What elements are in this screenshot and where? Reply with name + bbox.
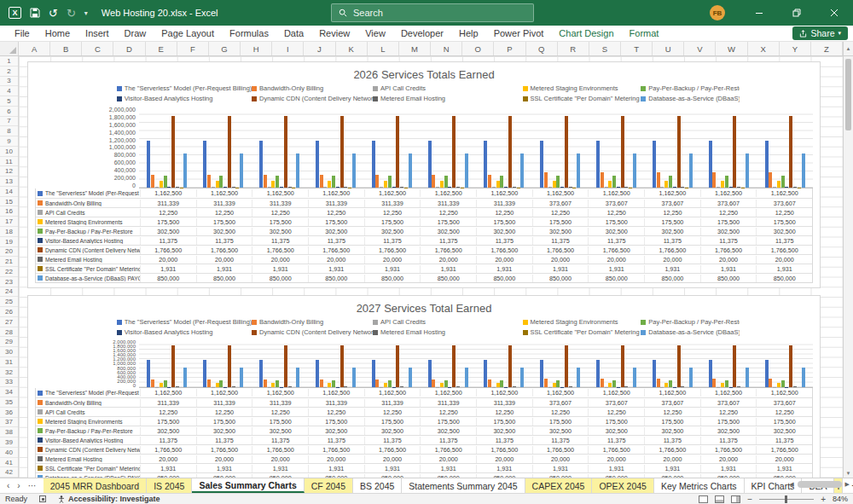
sheet-grid[interactable]: 2026 Services Totals EarnedThe "Serverle… <box>19 56 843 478</box>
row-header-41[interactable]: 41 <box>0 458 18 468</box>
row-header-27[interactable]: 27 <box>0 317 18 327</box>
bar[interactable] <box>496 181 500 188</box>
row-header-35[interactable]: 35 <box>0 397 18 408</box>
bar[interactable] <box>232 386 235 387</box>
column-header-M[interactable]: M <box>399 42 431 55</box>
legend-item[interactable]: Bandwidth-Only Billing <box>252 318 373 326</box>
bar[interactable] <box>203 141 206 188</box>
bar[interactable] <box>344 187 347 188</box>
bar[interactable] <box>207 379 211 387</box>
bar[interactable] <box>203 360 206 387</box>
legend-item[interactable]: SSL Certificate "Per Domain" Metering <box>523 328 641 336</box>
legend-item[interactable]: Metered Staging Environments <box>523 318 641 326</box>
bar[interactable] <box>228 116 231 188</box>
legend-item[interactable]: Metered Email Hosting <box>373 95 522 102</box>
bar[interactable] <box>669 176 672 188</box>
ribbon-tab-file[interactable]: File <box>7 26 38 40</box>
bar[interactable] <box>712 172 716 188</box>
bar[interactable] <box>444 380 448 387</box>
legend-item[interactable]: Metered Email Hosting <box>373 328 522 336</box>
all-sheets-icon[interactable]: ⋯ <box>28 481 37 490</box>
bar[interactable] <box>725 176 728 188</box>
bar[interactable] <box>733 345 736 387</box>
column-header-Z[interactable]: Z <box>811 42 843 55</box>
bar[interactable] <box>176 386 179 387</box>
bar[interactable] <box>520 154 524 188</box>
row-header-18[interactable]: 18 <box>0 227 18 237</box>
legend-item[interactable]: Database-as-a-Service (DBaaS) PAYG <box>641 328 740 336</box>
row-header-17[interactable]: 17 <box>0 217 18 227</box>
bar[interactable] <box>176 187 179 188</box>
macro-record-button[interactable] <box>39 495 46 502</box>
bar[interactable] <box>544 379 548 387</box>
bar[interactable] <box>296 368 299 387</box>
next-sheet-icon[interactable]: › <box>17 481 20 490</box>
sheet-tab-statements-summary-2045[interactable]: Statements Summary 2045 <box>402 478 525 493</box>
ribbon-tab-review[interactable]: Review <box>311 26 357 40</box>
bar[interactable] <box>436 187 439 188</box>
column-header-Y[interactable]: Y <box>780 42 811 55</box>
bar[interactable] <box>432 379 435 387</box>
bar[interactable] <box>444 176 448 188</box>
bar[interactable] <box>380 187 383 188</box>
prev-sheet-icon[interactable]: ‹ <box>7 481 9 490</box>
column-header-K[interactable]: K <box>336 42 368 55</box>
bar[interactable] <box>264 379 267 387</box>
bar[interactable] <box>276 380 279 387</box>
bar[interactable] <box>484 360 487 387</box>
row-header-34[interactable]: 34 <box>0 387 18 397</box>
legend-item[interactable]: API Call Credits <box>373 84 522 92</box>
bar[interactable] <box>428 360 432 387</box>
bar[interactable] <box>392 187 396 188</box>
bar[interactable] <box>544 172 548 188</box>
row-header-28[interactable]: 28 <box>0 327 18 338</box>
bar[interactable] <box>624 187 628 188</box>
bar[interactable] <box>219 380 223 387</box>
column-header-V[interactable]: V <box>684 42 716 55</box>
bar[interactable] <box>151 379 154 387</box>
bar[interactable] <box>500 380 503 387</box>
bar[interactable] <box>556 176 560 188</box>
bar[interactable] <box>340 116 344 188</box>
legend-item[interactable]: Visitor-Based Analytics Hosting <box>117 95 252 102</box>
bar[interactable] <box>320 379 323 387</box>
bar[interactable] <box>328 383 331 387</box>
zoom-slider[interactable] <box>759 499 814 500</box>
bar[interactable] <box>183 154 187 188</box>
bar[interactable] <box>709 360 712 387</box>
page-layout-view-button[interactable] <box>715 495 724 503</box>
bar[interactable] <box>219 176 223 188</box>
bar[interactable] <box>504 187 508 188</box>
bar[interactable] <box>520 368 524 387</box>
column-header-H[interactable]: H <box>241 42 272 55</box>
scroll-up-icon[interactable]: ▲ <box>843 42 853 55</box>
bar[interactable] <box>621 116 624 188</box>
bar[interactable] <box>781 176 785 188</box>
row-header-14[interactable]: 14 <box>0 187 18 197</box>
zoom-slider-thumb[interactable] <box>785 495 787 503</box>
column-header-E[interactable]: E <box>146 42 177 55</box>
row-header-3[interactable]: 3 <box>0 77 18 87</box>
bar[interactable] <box>232 187 235 188</box>
bar[interactable] <box>456 386 460 387</box>
column-header-D[interactable]: D <box>113 42 145 55</box>
ribbon-tab-power-pivot[interactable]: Power Pivot <box>486 26 552 40</box>
bar[interactable] <box>496 383 500 387</box>
column-header-G[interactable]: G <box>209 42 241 55</box>
bar[interactable] <box>284 345 287 387</box>
bar[interactable] <box>540 360 543 387</box>
bar[interactable] <box>384 181 387 188</box>
bar[interactable] <box>372 141 375 188</box>
sheet-tab-capex-2045[interactable]: CAPEX 2045 <box>525 478 593 493</box>
bar[interactable] <box>565 345 568 387</box>
bar[interactable] <box>500 176 503 188</box>
bar[interactable] <box>737 386 740 387</box>
ribbon-tab-help[interactable]: Help <box>451 26 486 40</box>
bar[interactable] <box>769 379 772 387</box>
column-header-B[interactable]: B <box>50 42 82 55</box>
bar[interactable] <box>513 187 516 188</box>
bar[interactable] <box>400 187 403 188</box>
bar[interactable] <box>336 187 339 188</box>
bar[interactable] <box>488 175 491 188</box>
bar[interactable] <box>372 360 375 387</box>
